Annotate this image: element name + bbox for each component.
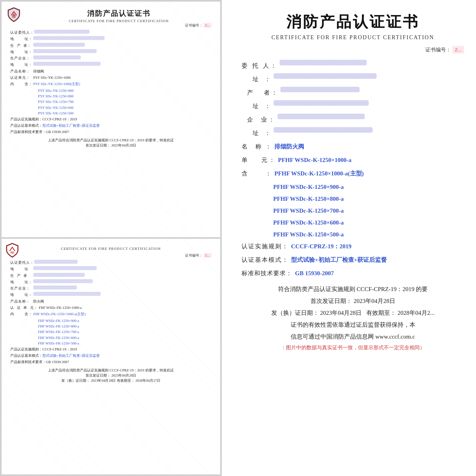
right-mode-label: 认证基本模式 [242, 254, 282, 266]
top-first-issue-label: 首次发证日期： [86, 143, 110, 147]
bot-first-issue-date: 2023年04月28日 [111, 373, 136, 377]
bot-label-1: 地 址 [10, 266, 33, 272]
right-first-issue-date: 2023年04月28日 [354, 298, 395, 304]
right-number-value: Z... [452, 46, 464, 53]
right-field-4: 企 业 ： [242, 114, 464, 126]
right-first-issue-label: 首次发证日期： [310, 298, 352, 304]
bot-product-label: 产品名称： [10, 299, 33, 305]
top-product-name: 产品名称： 排烟阀 [10, 69, 211, 74]
right-val-5 [274, 127, 373, 133]
top-rule-value: CCCF-CPRZ-19：2019 [42, 116, 211, 122]
right-valid-date: 2028年04月2... [398, 310, 435, 316]
top-cert-title-en: CERTIFICATE FOR FIRE PRODUCT CERTIFICATI… [26, 19, 211, 23]
bot-std: 产品标准和技术要求： GB 15930-2007 [10, 359, 211, 365]
top-cert-number-label: 证书编号： [185, 23, 203, 27]
top-first-issue: 首次发证日期： 2023年04月28日 [10, 143, 211, 148]
top-cert-header: 消防产品认证证书 CERTIFICATE FOR FIRE PRODUCT CE… [10, 9, 211, 23]
top-item-3: PYF SDc-YK-1250×600 [38, 105, 211, 110]
bot-val-3 [33, 279, 93, 283]
right-number-label: 证书编号： [425, 47, 451, 53]
right-cert-rule: 认证实施规则 ： CCCF-CPRZ-19：2019 [242, 240, 464, 252]
bot-first-issue: 首次发证日期： 2023年04月28日 [10, 373, 211, 378]
bottom-cert-header: CERTIFICATE FOR FIRE PRODUCT CERTIFICATI… [10, 247, 211, 251]
bottom-cert-number-line: 证书编号： Z... [10, 253, 211, 258]
top-item-1: PYF SDc-YK-1250×800 [38, 93, 211, 99]
top-std-value: GB 15930-2007 [46, 129, 211, 135]
bot-rule-label: 产品认证实施规则： [10, 347, 42, 352]
right-rule-label: 认证实施规则 [242, 240, 282, 252]
bot-contains-row: 内 含： FHF WSDc-FK-1250×1000-a(主型) [10, 311, 211, 317]
bot-label-2: 生 产 者 [10, 273, 33, 279]
bot-label-0: 认证委托人： [10, 260, 34, 266]
bot-cert-mode: 产品认证基本模式： 型式试验+初始工厂检查+获证后监督 [10, 353, 211, 359]
top-field-1: 地 址： [10, 36, 211, 42]
right-number-line: 证书编号： Z... [242, 46, 464, 53]
right-renew: 发（换）证日期： 2023年04月28日 有效期至： 2028年04月2... [242, 307, 464, 319]
right-std-label: 标准和技术要求 [242, 267, 286, 279]
top-cert-rule: 产品认证实施规则： CCCF-CPRZ-19：2019 [10, 116, 211, 122]
top-field-5: 地 址： [10, 62, 211, 68]
top-val-0 [34, 30, 89, 34]
bot-item-2: FHF WSDc-FK-1250×700-a [38, 329, 211, 335]
cert-logo-top [7, 7, 21, 23]
bot-field-2: 生 产 者 [10, 273, 211, 279]
right-item-3: PFHF WSDc-K-1250×600-a [273, 217, 464, 228]
top-cert-footer: 上述产品符合消防类产品认证实施规则 CCCF-CPRZ-19：2019 的要求，… [10, 138, 211, 148]
bot-mode-label: 产品认证基本模式： [10, 353, 42, 359]
right-label-3: 址 [253, 100, 265, 112]
bot-item-3: FHF WSDc-FK-1250×600-a [38, 335, 211, 341]
bot-label-5: 地 址： [10, 292, 33, 298]
top-field-0: 认证委托人： [10, 30, 211, 36]
right-label-0: 委 托 人 [242, 60, 270, 72]
bot-renew-label: 发（换）证日期： [61, 379, 90, 383]
right-item-1: PFHF WSDc-K-1250×800-a [273, 193, 464, 205]
right-label-1: 址 [253, 73, 265, 85]
bot-label-3: 地 址： [10, 279, 33, 285]
right-unit-label: 单 元 [242, 154, 269, 166]
bot-field-4: 生产企业： [10, 286, 211, 291]
bottom-cert-body: 认证委托人： 地 址 生 产 者 地 址： 生产企业： 地 [10, 260, 211, 366]
top-cert-mode: 产品认证基本模式： 型式试验+初始工厂检查+获证后监督 [10, 123, 211, 129]
bot-field-3: 地 址： [10, 279, 211, 285]
right-item-2: PFHF WSDc-K-1250×700-a [273, 205, 464, 217]
right-field-2: 产 者 ： [242, 87, 464, 99]
right-field-5: 址 ： [242, 127, 464, 139]
bot-rule-value: CCCF-CPRZ-19：2019 [42, 347, 211, 352]
top-compliance: 上述产品符合消防类产品认证实施规则 CCCF-CPRZ-19：2019 的要求，… [10, 138, 211, 143]
top-label-4: 生产企业： [10, 55, 33, 61]
top-val-3 [33, 49, 97, 53]
top-item-0: PYF SDc-YK-1250×900 [38, 88, 211, 93]
right-disclaimer: ：图片中的数据与真实证书一致，但显示形式不一定完全相同） [242, 343, 464, 353]
right-valid-label: 有效期至： [366, 310, 396, 316]
top-label-3: 地 址： [10, 49, 33, 55]
bot-val-4 [33, 286, 77, 289]
top-contains-row: 内 含： PYF SDc-YK-1250×1000(主型) [10, 81, 211, 87]
right-note2: 信息可通过中国消防产品信息网 www.cccf.com.c [242, 331, 464, 343]
bot-field-0: 认证委托人： [10, 260, 211, 266]
top-mode-value: 型式试验+初始工厂检查+获证后监督 [42, 123, 211, 129]
top-val-1 [33, 36, 105, 40]
right-body: 委 托 人 ： 址 ： 产 者 ： 址 ： [242, 60, 464, 279]
top-unit-value: PYF SDc-YK-1250×1000 [33, 75, 211, 81]
right-item-4: PFHF WSDc-K-1250×500-a [273, 228, 464, 240]
bot-contains-label: 内 含： [10, 311, 33, 317]
right-cert-unit: 单 元 ： PFHF WSDc-K-1250×1000-a [242, 154, 464, 166]
bot-first-issue-label: 首次发证日期： [86, 373, 110, 377]
right-std-value: GB 15930-2007 [295, 267, 464, 279]
right-contains-main: PFHF WSDc-K-1250×1000-a(主型) [274, 168, 464, 179]
cert-logo-bottom [6, 243, 20, 259]
bot-unit-label: 认 证 单 元： [10, 305, 39, 311]
right-rule-value: CCCF-CPRZ-19：2019 [291, 240, 464, 252]
bot-cert-unit: 认 证 单 元： FHF WSDc-FK-1250×1000-a [10, 305, 211, 311]
top-cert-number-value: Z... [204, 23, 211, 28]
right-label-2: 产 者 [247, 87, 271, 99]
top-item-2: PYF SDc-YK-1250×700 [38, 99, 211, 105]
bot-item-4: FHF WSDc-FK-1250×500-a [38, 341, 211, 346]
bot-label-4: 生产企业： [10, 286, 33, 291]
svg-point-0 [12, 16, 16, 18]
top-item-4: PYF SDc-YK-1250×500 [38, 110, 211, 116]
top-std: 产品标准和技术要求： GB 15930-2007 [10, 129, 211, 135]
bottom-cert-title-en: CERTIFICATE FOR FIRE PRODUCT CERTIFICATI… [10, 247, 211, 251]
right-mode-value: 型式试验+初始工厂检查+获证后监督 [291, 254, 464, 266]
bot-product-name: 产品名称： 防火阀 [10, 299, 211, 305]
